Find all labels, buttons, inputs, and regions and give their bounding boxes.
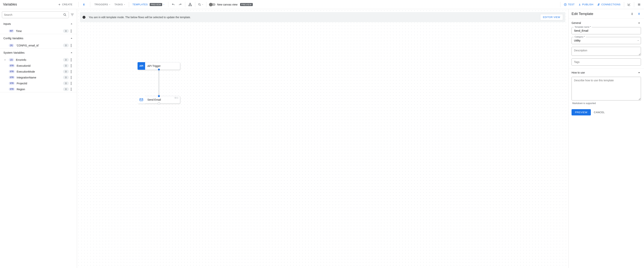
svg-point-21 [71,67,72,67]
section-system-header[interactable]: System Variables [0,49,77,57]
template-name-input[interactable] [572,27,641,34]
pin-icon[interactable] [630,11,634,16]
howto-helper: Markdown is supported [572,102,640,105]
new-canvas-label: New canvas view [217,3,238,6]
search-input[interactable] [4,13,63,16]
svg-rect-0 [190,3,191,4]
svg-rect-1 [189,5,190,6]
notice-text: You are in edit template mode. The below… [89,16,537,19]
info-icon [82,16,86,19]
collapse-left-panel-button[interactable] [82,2,87,7]
kebab-icon[interactable] [71,70,74,73]
mail-icon [138,96,145,103]
preview-button[interactable]: PREVIEW [572,109,591,115]
undo-button[interactable] [170,1,177,8]
cancel-button[interactable]: CANCEL [594,109,605,115]
connections-button[interactable]: CONNECTIONS [595,2,622,7]
howto-input[interactable] [572,77,641,100]
category-select[interactable]: Category * [572,37,641,44]
create-button[interactable]: CREATE [56,2,74,7]
redo-button[interactable] [177,1,184,8]
preview-badge: PREVIEW [240,3,252,6]
divider [168,2,168,7]
usage-count: 0 [63,58,69,62]
variable-name: ProjectId [17,82,61,85]
svg-point-28 [71,82,72,83]
editor-view-button[interactable]: EDITOR VIEW [540,14,563,20]
right-panel-title: Edit Template [572,12,628,16]
new-canvas-toggle[interactable] [210,3,216,6]
usage-count: 0 [63,70,69,73]
type-chip-string-array: [S] [9,44,14,47]
variable-row[interactable]: STR ExecutionMode 0 [0,69,77,74]
kebab-icon[interactable] [71,88,74,91]
svg-point-6 [599,4,600,4]
section-config-header[interactable]: Config Variables [0,34,77,43]
templates-dropdown[interactable]: TEMPLATES PREVIEW [130,2,167,7]
triggers-dropdown[interactable]: TRIGGERS [92,2,112,7]
variable-row[interactable]: STR Region 0 [0,86,77,92]
filter-icon[interactable] [70,13,75,17]
section-inputs-header[interactable]: Inputs [0,20,77,28]
divider [560,2,560,7]
kebab-icon[interactable] [71,30,74,33]
resize-handle[interactable] [638,53,640,55]
trigger-node-label: API Trigger [148,64,160,67]
divider [185,2,185,7]
tasks-dropdown[interactable]: TASKS [112,2,127,7]
kebab-icon[interactable] [71,58,74,61]
triggers-label: TRIGGERS [94,3,108,6]
layout-icon[interactable] [187,1,194,8]
expand-icon[interactable] [4,59,7,61]
variable-row[interactable]: [S] `CONFIG_email_id` 0 [0,43,77,48]
tags-input[interactable] [572,59,641,65]
preview-badge: PREVIEW [150,3,162,6]
usage-count: 0 [63,29,69,33]
publish-button[interactable]: PUBLISH [576,2,595,7]
collapse-right-panel-icon[interactable] [636,11,641,16]
kebab-icon[interactable] [71,76,74,79]
variable-row[interactable]: INT Time 0 [0,28,77,34]
publish-icon [578,3,581,6]
svg-point-8 [598,5,599,6]
input-port[interactable] [158,95,160,97]
kebab-icon[interactable] [71,64,74,67]
connections-icon [597,3,600,6]
play-icon [564,3,567,6]
general-section-title: General [572,22,581,25]
menu-icon[interactable] [636,1,642,8]
kebab-icon[interactable] [71,82,74,85]
howto-section-header[interactable]: How to use [572,68,641,77]
variable-name: ExecutionId [17,64,61,67]
category-value[interactable] [572,37,637,44]
chart-icon[interactable] [626,1,632,8]
variable-row[interactable]: STR ProjectId 0 [0,80,77,86]
svg-point-12 [71,32,72,33]
svg-point-18 [71,61,72,61]
description-input[interactable] [572,47,641,55]
test-label: TEST [568,3,574,6]
variable-name: Time [16,30,61,33]
kebab-icon[interactable] [71,44,74,47]
zoom-dropdown[interactable] [197,1,205,8]
svg-point-19 [71,64,72,65]
templates-label: TEMPLATES [132,3,148,6]
api-icon: API [138,62,145,70]
chevron-down-icon [109,4,111,6]
variable-row[interactable]: {J} ErrorInfo 0 [0,57,77,63]
resize-handle[interactable] [638,98,640,100]
svg-point-15 [71,46,72,47]
variables-panel-title: Variables [3,3,56,7]
add-port[interactable] [158,102,160,104]
svg-rect-39 [140,98,143,101]
chevron-down-icon [637,39,639,42]
svg-point-14 [71,45,72,46]
trigger-node[interactable]: API API Trigger [138,62,180,70]
connections-label: CONNECTIONS [601,3,620,6]
test-button[interactable]: TEST [562,2,576,7]
chevron-up-icon [70,36,74,40]
canvas[interactable]: You are in edit template mode. The below… [77,9,568,268]
variable-row[interactable]: STR IntegrationName 0 [0,74,77,80]
variable-row[interactable]: STR ExecutionId 0 [0,63,77,69]
task-node[interactable]: Send Email ID:1 [138,96,180,103]
